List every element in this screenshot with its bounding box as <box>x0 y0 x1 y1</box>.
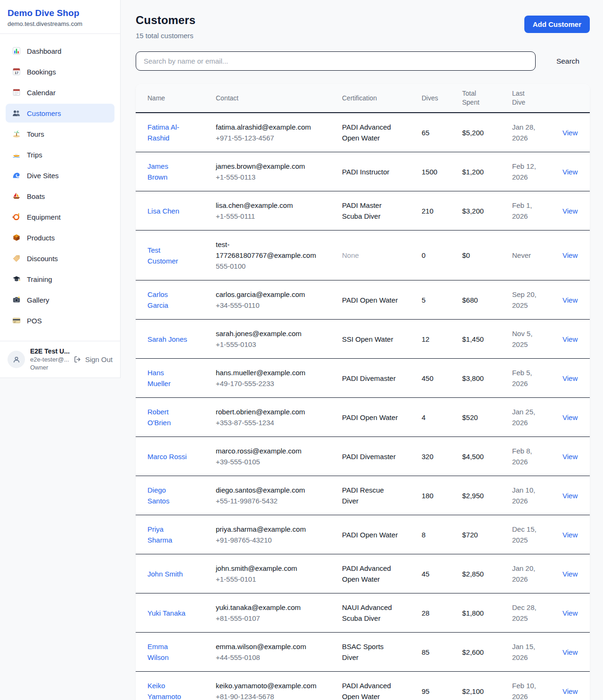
customer-name-link[interactable]: Lisa Chen <box>147 206 179 216</box>
sidebar-item-products[interactable]: Products <box>6 228 114 247</box>
view-link[interactable]: View <box>562 687 578 695</box>
customer-certification: SSI Open Water <box>342 334 401 345</box>
sidebar-item-customers[interactable]: Customers <box>6 104 114 123</box>
customer-name-link[interactable]: Diego Santos <box>147 485 189 506</box>
customer-certification: PADI Advanced Open Water <box>342 680 401 700</box>
customer-name-link[interactable]: Test Customer <box>147 245 189 266</box>
sidebar-item-calendar[interactable]: Calendar <box>6 83 114 102</box>
customer-email: john.smith@example.com <box>216 563 326 574</box>
sidebar-item-label: Tours <box>27 130 44 138</box>
customer-last-dive: Jan 15, 2026 <box>512 641 542 663</box>
user-info: E2E Test U... e2e-tester@... Owner <box>30 347 68 371</box>
customer-phone: +1-555-0103 <box>216 339 326 350</box>
customer-email: sarah.jones@example.com <box>216 328 326 339</box>
customer-certification: PADI Divemaster <box>342 373 401 384</box>
customer-name-link[interactable]: Priya Sharma <box>147 524 189 545</box>
customer-email: yuki.tanaka@example.com <box>216 602 326 613</box>
customer-email: robert.obrien@example.com <box>216 406 326 417</box>
customer-name-link[interactable]: Sarah Jones <box>147 334 187 345</box>
customer-name-link[interactable]: James Brown <box>147 161 189 182</box>
sidebar-item-label: Discounts <box>27 255 58 263</box>
customer-name-link[interactable]: John Smith <box>147 568 183 579</box>
view-link[interactable]: View <box>562 296 578 304</box>
customer-email: priya.sharma@example.com <box>216 524 326 535</box>
search-input[interactable] <box>136 51 536 71</box>
column-header-contact: Contact <box>204 84 330 113</box>
customer-name-link[interactable]: Emma Wilson <box>147 641 189 663</box>
sign-out-button[interactable]: Sign Out <box>73 355 113 364</box>
customer-name-link[interactable]: Carlos Garcia <box>147 289 189 311</box>
customer-email: fatima.alrashid@example.com <box>216 122 326 132</box>
customer-certification: NAUI Advanced Scuba Diver <box>342 602 401 624</box>
view-link[interactable]: View <box>562 207 578 215</box>
customer-dives: 45 <box>410 554 450 593</box>
customer-certification: PADI Open Water <box>342 295 401 305</box>
view-link[interactable]: View <box>562 413 578 421</box>
customer-phone: 555-0100 <box>216 261 326 272</box>
customer-total-spent: $3,800 <box>450 359 500 398</box>
brand: Demo Dive Shop demo.test.divestreams.com <box>0 0 120 34</box>
customer-total-spent: $520 <box>450 398 500 437</box>
search-row: Search <box>136 51 590 71</box>
user-name: E2E Test U... <box>30 347 68 355</box>
sidebar-item-boats[interactable]: Boats <box>6 187 114 206</box>
sidebar-item-dive-sites[interactable]: Dive Sites <box>6 166 114 185</box>
customer-name-link[interactable]: Marco Rossi <box>147 451 187 462</box>
products-icon <box>12 233 21 242</box>
sidebar-item-gallery[interactable]: Gallery <box>6 290 114 309</box>
customer-last-dive: Jan 20, 2026 <box>512 563 542 585</box>
customers-table-card: NameContactCertificationDivesTotal Spent… <box>136 84 590 700</box>
customer-dives: 8 <box>410 515 450 554</box>
view-link[interactable]: View <box>562 609 578 617</box>
view-link[interactable]: View <box>562 492 578 500</box>
customer-last-dive: Jan 25, 2026 <box>512 406 542 428</box>
customer-phone: +55-11-99876-5432 <box>216 495 326 506</box>
customer-last-dive: Dec 15, 2025 <box>512 524 542 545</box>
view-link[interactable]: View <box>562 648 578 656</box>
customer-name-link[interactable]: Robert O'Brien <box>147 406 189 428</box>
sidebar-item-discounts[interactable]: Discounts <box>6 249 114 268</box>
sidebar-item-pos[interactable]: POS <box>6 311 114 330</box>
view-link[interactable]: View <box>562 335 578 343</box>
customer-name-link[interactable]: Yuki Tanaka <box>147 608 186 618</box>
sidebar-item-bookings[interactable]: 17Bookings <box>6 62 114 81</box>
sidebar-item-label: Bookings <box>27 68 56 76</box>
sidebar-item-training[interactable]: Training <box>6 270 114 288</box>
customer-name-link[interactable]: Keiko Yamamoto <box>147 680 189 700</box>
table-header-row: NameContactCertificationDivesTotal Spent… <box>136 84 590 113</box>
view-link[interactable]: View <box>562 570 578 578</box>
sidebar-item-dashboard[interactable]: Dashboard <box>6 41 114 60</box>
customer-certification: PADI Instructor <box>342 166 401 177</box>
customer-phone: +971-55-123-4567 <box>216 132 326 143</box>
view-link[interactable]: View <box>562 168 578 176</box>
view-link[interactable]: View <box>562 531 578 539</box>
customer-dives: 4 <box>410 398 450 437</box>
customer-last-dive: Nov 5, 2025 <box>512 328 542 350</box>
page-header: Customers 15 total customers Add Custome… <box>136 14 590 40</box>
customer-dives: 450 <box>410 359 450 398</box>
customer-name-link[interactable]: Hans Mueller <box>147 367 189 389</box>
view-link[interactable]: View <box>562 374 578 382</box>
table-row: Test Customertest-1772681807767@example.… <box>136 231 590 280</box>
view-link[interactable]: View <box>562 129 578 137</box>
sidebar-item-trips[interactable]: Trips <box>6 145 114 164</box>
table-row: Sarah Jonessarah.jones@example.com+1-555… <box>136 320 590 359</box>
add-customer-button[interactable]: Add Customer <box>524 16 590 33</box>
sidebar-item-label: Products <box>27 234 55 242</box>
sidebar-item-tours[interactable]: Tours <box>6 124 114 143</box>
search-button[interactable]: Search <box>548 53 588 69</box>
customer-total-spent: $680 <box>450 280 500 320</box>
table-row: Lisa Chenlisa.chen@example.com+1-555-011… <box>136 191 590 231</box>
sidebar-item-label: Boats <box>27 192 45 200</box>
brand-name[interactable]: Demo Dive Shop <box>8 8 113 18</box>
table-row: John Smithjohn.smith@example.com+1-555-0… <box>136 554 590 593</box>
customer-email: emma.wilson@example.com <box>216 641 326 652</box>
sidebar-item-label: Dive Sites <box>27 172 59 180</box>
customer-dives: 28 <box>410 593 450 633</box>
table-row: Marco Rossimarco.rossi@example.com+39-55… <box>136 437 590 476</box>
view-link[interactable]: View <box>562 453 578 461</box>
customer-name-link[interactable]: Fatima Al-Rashid <box>147 122 189 143</box>
view-link[interactable]: View <box>562 251 578 259</box>
sidebar-item-equipment[interactable]: Equipment <box>6 207 114 226</box>
column-header-total-spent: Total Spent <box>450 84 500 113</box>
